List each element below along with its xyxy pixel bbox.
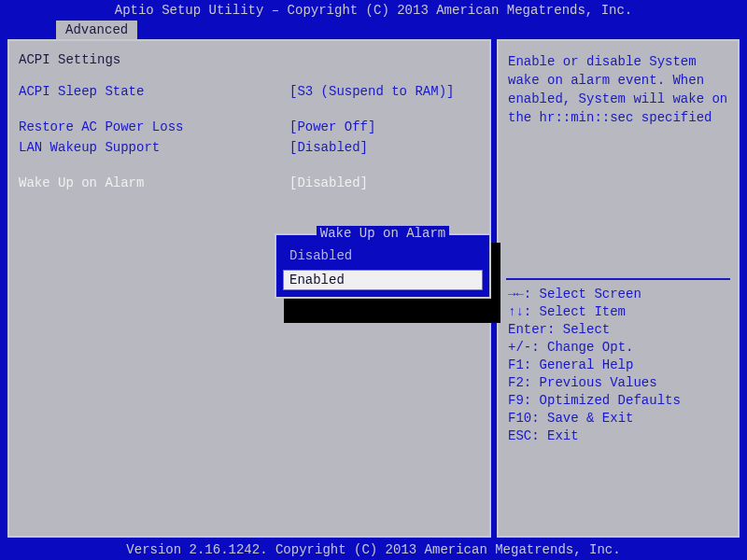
- key-hint: →←: Select Screen: [508, 286, 728, 303]
- key-hint: F9: Optimized Defaults: [508, 392, 728, 410]
- setting-row[interactable]: Restore AC Power Loss[Power Off]: [19, 118, 480, 136]
- setting-value: [Power Off]: [289, 118, 480, 136]
- key-desc: Change Opt.: [547, 339, 633, 357]
- panel-main: ACPI Settings ACPI Sleep State[S3 (Suspe…: [7, 39, 491, 538]
- key-desc: Save & Exit: [547, 410, 633, 427]
- setting-label: Wake Up on Alarm: [19, 174, 289, 192]
- tab-advanced[interactable]: Advanced: [56, 21, 137, 39]
- key-hint: F1: General Help: [508, 357, 728, 374]
- section-title: ACPI Settings: [19, 52, 480, 67]
- row-gap: [19, 103, 480, 118]
- popup-title-text: Wake Up on Alarm: [317, 226, 449, 241]
- key-desc: Exit: [547, 427, 579, 445]
- setting-value: [S3 (Suspend to RAM)]: [289, 82, 480, 101]
- setting-label: LAN Wakeup Support: [19, 138, 289, 157]
- key-desc: Previous Values: [540, 374, 657, 392]
- setting-list: ACPI Sleep State[S3 (Suspend to RAM)]Res…: [19, 82, 480, 192]
- bios-screen: Aptio Setup Utility – Copyright (C) 2013…: [0, 0, 747, 560]
- setting-row[interactable]: ACPI Sleep State[S3 (Suspend to RAM)]: [19, 82, 480, 101]
- title-bar: Aptio Setup Utility – Copyright (C) 2013…: [0, 0, 747, 21]
- key-hint: F10: Save & Exit: [508, 410, 728, 427]
- key-hint: ↑↓: Select Item: [508, 303, 728, 321]
- key-sym: +/-:: [508, 339, 547, 357]
- panel-help: Enable or disable System wake on alarm e…: [497, 39, 740, 538]
- popup-option[interactable]: Enabled: [284, 271, 482, 289]
- popup-dialog: Wake Up on Alarm DisabledEnabled: [275, 233, 491, 299]
- key-sym: F1:: [508, 357, 540, 374]
- setting-value: [Disabled]: [289, 174, 480, 192]
- key-sym: →←:: [508, 286, 540, 303]
- footer-bar: Version 2.16.1242. Copyright (C) 2013 Am…: [0, 539, 747, 560]
- help-divider: [506, 278, 730, 280]
- key-sym: Enter:: [508, 321, 563, 339]
- key-sym: F10:: [508, 410, 547, 427]
- setting-row[interactable]: LAN Wakeup Support[Disabled]: [19, 138, 480, 157]
- key-sym: F2:: [508, 374, 540, 392]
- footer-text: Version 2.16.1242. Copyright (C) 2013 Am…: [126, 542, 620, 557]
- key-sym: ESC:: [508, 427, 547, 445]
- popup: Wake Up on Alarm DisabledEnabled: [275, 233, 491, 299]
- key-hint: F2: Previous Values: [508, 374, 728, 392]
- panels: ACPI Settings ACPI Sleep State[S3 (Suspe…: [7, 39, 740, 538]
- key-desc: Select: [563, 321, 610, 339]
- key-desc: Optimized Defaults: [540, 392, 681, 410]
- title-text: Aptio Setup Utility – Copyright (C) 2013…: [115, 3, 633, 18]
- popup-title: Wake Up on Alarm: [276, 226, 489, 241]
- help-text: Enable or disable System wake on alarm e…: [508, 52, 728, 276]
- key-sym: ↑↓:: [508, 303, 540, 321]
- setting-row[interactable]: Wake Up on Alarm[Disabled]: [19, 174, 480, 192]
- popup-option[interactable]: Disabled: [284, 246, 482, 265]
- key-desc: Select Item: [540, 303, 626, 321]
- tab-row: Advanced: [0, 21, 747, 39]
- key-hint: +/-: Change Opt.: [508, 339, 728, 357]
- popup-options: DisabledEnabled: [284, 246, 482, 289]
- key-help: →←: Select Screen↑↓: Select ItemEnter: S…: [508, 286, 728, 445]
- setting-label: ACPI Sleep State: [19, 82, 289, 101]
- setting-value: [Disabled]: [289, 138, 480, 157]
- key-sym: F9:: [508, 392, 540, 410]
- key-desc: General Help: [540, 357, 634, 374]
- key-desc: Select Screen: [540, 286, 641, 303]
- row-gap: [19, 159, 480, 174]
- setting-label: Restore AC Power Loss: [19, 118, 289, 136]
- key-hint: ESC: Exit: [508, 427, 728, 445]
- key-hint: Enter: Select: [508, 321, 728, 339]
